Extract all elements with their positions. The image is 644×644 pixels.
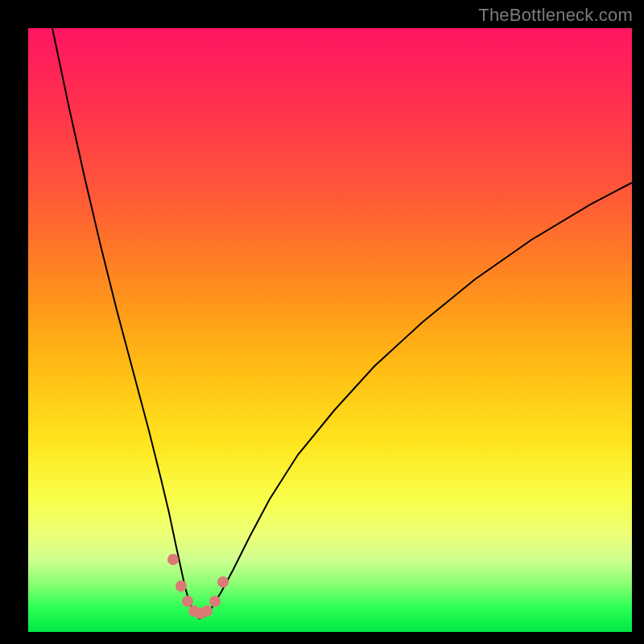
valley-dot [201, 605, 213, 617]
chart-frame: TheBottleneck.com [0, 0, 644, 644]
left-branch-curve [52, 28, 200, 619]
valley-dot [182, 596, 193, 607]
valley-dot [175, 580, 187, 592]
plot-area [28, 28, 632, 632]
right-branch-curve [200, 183, 632, 619]
curve-layer [28, 28, 632, 632]
valley-dot [167, 554, 179, 565]
valley-dot [217, 576, 229, 588]
watermark-text: TheBottleneck.com [478, 5, 633, 26]
valley-marker-group [167, 554, 229, 619]
valley-dot [209, 596, 221, 607]
